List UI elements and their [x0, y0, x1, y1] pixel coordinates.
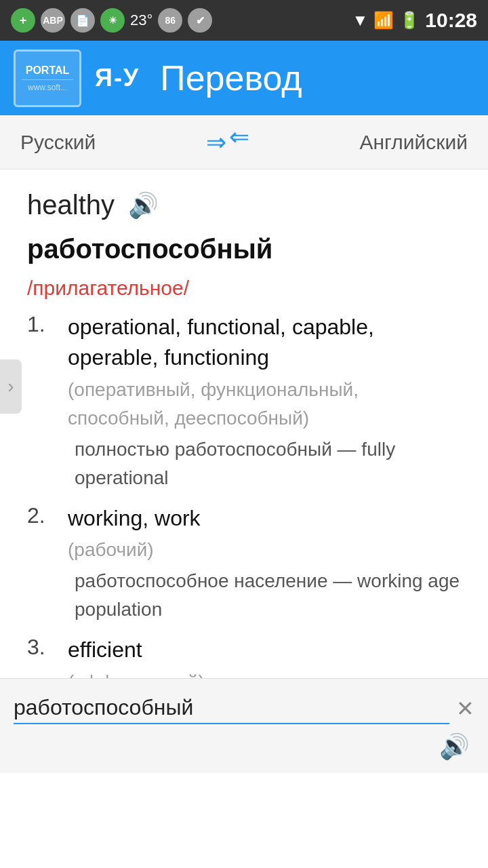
app-title: Перевод [160, 58, 302, 98]
def-content-1: operational, functional, capable, operab… [68, 312, 461, 492]
battery-icon: 🔋 [399, 11, 420, 30]
def-main-2: working, work [68, 503, 461, 534]
time-display: 10:28 [425, 9, 477, 32]
clear-input-button[interactable]: ✕ [456, 696, 474, 722]
weather-icon: ☀ [100, 8, 125, 33]
source-word: healthy [27, 190, 115, 220]
app-header: PORTAL www.soft... Я-У Перевод [0, 41, 488, 115]
adblock-icon: ABP [41, 8, 65, 33]
bottom-bar: ✕ 🔊 [0, 678, 488, 773]
definition-item-2: 2. working, work (рабочий) работоспособн… [27, 503, 461, 625]
chevron-right-icon: › [7, 376, 14, 397]
notification-icon: + [11, 8, 35, 33]
humidity-icon: 86 [158, 8, 182, 33]
word-row: healthy 🔊 [27, 190, 461, 220]
temperature-label: 23° [130, 12, 152, 29]
arrow-right-icon: ⇒ [206, 130, 226, 155]
task-icon: ✔ [188, 8, 212, 33]
target-language-label[interactable]: Английский [359, 131, 468, 154]
logo-portal-text: PORTAL [26, 64, 70, 77]
status-bar-left: + ABP 📄 ☀ 23° 86 ✔ [11, 8, 212, 33]
sidebar-handle[interactable]: › [0, 359, 22, 414]
speaker-icon: 🔊 [439, 732, 470, 761]
def-example-2: работоспособное население — working age … [68, 567, 461, 624]
def-sub-2: (рабочий) [68, 536, 461, 564]
part-of-speech-label: /прилагательное/ [27, 277, 461, 300]
def-example-1: полностью работоспособный — fully operat… [68, 435, 461, 492]
arrow-left-icon: ⇐ [229, 125, 249, 149]
def-num-2: 2. [27, 503, 54, 625]
search-input-row: ✕ [0, 679, 488, 731]
app-logo: PORTAL www.soft... [14, 50, 81, 107]
logo-url-text: www.soft... [28, 83, 67, 92]
wifi-icon: ▼ [352, 11, 369, 30]
definition-item-1: 1. operational, functional, capable, ope… [27, 312, 461, 492]
def-sub-1: (оперативный, функциональный, способный,… [68, 376, 461, 433]
search-input[interactable] [14, 692, 449, 724]
def-content-2: working, work (рабочий) работоспособное … [68, 503, 461, 625]
translated-word: работоспособный [27, 234, 461, 264]
status-bar: + ABP 📄 ☀ 23° 86 ✔ ▼ 📶 🔋 10:28 [0, 0, 488, 41]
def-main-3: efficient [68, 635, 461, 665]
word-sound-icon[interactable]: 🔊 [128, 191, 159, 220]
bottom-icons-row: 🔊 [0, 731, 488, 769]
status-bar-right: ▼ 📶 🔋 10:28 [352, 9, 478, 32]
text-to-speech-button[interactable]: 🔊 [434, 731, 474, 762]
def-num-1: 1. [27, 312, 54, 492]
language-bar: Русский ⇒ ⇐ Английский [0, 115, 488, 170]
signal-icon: 📶 [373, 11, 394, 30]
app-short-name: Я-У [95, 64, 140, 92]
def-main-1: operational, functional, capable, operab… [68, 312, 461, 373]
swap-languages-button[interactable]: ⇒ ⇐ [206, 130, 249, 155]
source-language-label[interactable]: Русский [20, 131, 96, 154]
doc-icon: 📄 [70, 8, 95, 33]
